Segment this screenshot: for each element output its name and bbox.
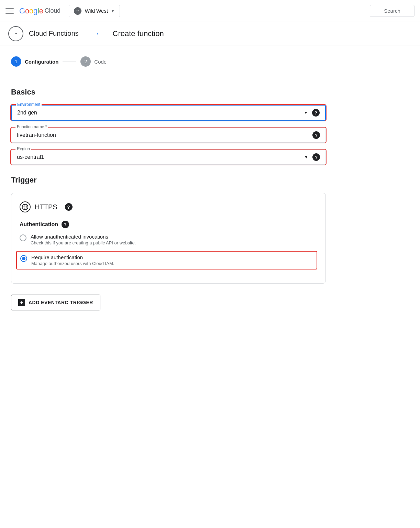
sub-header: ··· Cloud Functions ← Create function: [0, 22, 420, 45]
function-name-label: Function name *: [15, 124, 48, 129]
environment-field: Environment 2nd gen ▼ ?: [11, 105, 326, 121]
environment-wrapper: Environment 2nd gen ▼ ?: [11, 105, 326, 121]
environment-help-icon[interactable]: ?: [312, 109, 320, 117]
environment-dropdown-arrow[interactable]: ▼: [304, 110, 308, 115]
function-name-field: Function name * fivetran-function ?: [11, 128, 326, 143]
google-cloud-logo: Google Cloud: [19, 7, 60, 15]
add-eventarc-button[interactable]: + ADD EVENTARC TRIGGER: [11, 295, 100, 310]
project-dots-icon: [74, 7, 81, 15]
trigger-title: Trigger: [11, 176, 326, 185]
radio-allow-unauthenticated[interactable]: Allow unauthenticated invocations Check …: [20, 234, 317, 245]
cloud-wordmark: Cloud: [45, 7, 60, 14]
region-value: us-central1: [17, 154, 301, 160]
service-icon-text: ···: [15, 31, 17, 36]
radio-allow-unauthenticated-text: Allow unauthenticated invocations Check …: [31, 234, 136, 245]
environment-label: Environment: [16, 102, 42, 107]
radio-require-authentication-text: Require authentication Manage authorized…: [31, 254, 114, 266]
service-name: Cloud Functions: [29, 30, 79, 37]
region-dropdown-arrow[interactable]: ▼: [304, 155, 308, 160]
auth-help-icon[interactable]: ?: [62, 221, 69, 228]
google-wordmark: Google: [19, 7, 43, 15]
trigger-type-label: HTTPS: [35, 203, 57, 211]
radio-require-authentication[interactable]: Require authentication Manage authorized…: [16, 251, 317, 270]
cloud-functions-icon: ···: [8, 26, 23, 41]
region-help-icon[interactable]: ?: [312, 153, 320, 161]
header-divider: [87, 28, 87, 39]
stepper: 1 Configuration 2 Code: [11, 56, 326, 75]
step-2-label: Code: [94, 59, 107, 65]
region-wrapper: Region us-central1 ▼ ?: [11, 150, 326, 165]
region-label: Region: [15, 146, 31, 151]
step-2[interactable]: 2 Code: [80, 56, 107, 67]
function-name-wrapper: Function name * fivetran-function ?: [11, 128, 326, 143]
page-title: Create function: [113, 29, 164, 38]
function-name-value: fivetran-function: [17, 132, 308, 138]
trigger-section: Trigger HTTPS ? Authentication ?: [11, 176, 326, 284]
back-arrow-icon: ←: [96, 29, 103, 38]
auth-title: Authentication ?: [20, 221, 317, 228]
basics-section: Basics Environment 2nd gen ▼ ? Function …: [11, 88, 326, 165]
radio-allow-unauthenticated-btn[interactable]: [20, 234, 26, 241]
globe-icon: [20, 201, 31, 212]
function-name-help-icon[interactable]: ?: [312, 131, 320, 139]
trigger-type-row: HTTPS ?: [20, 201, 317, 212]
main-content: 1 Configuration 2 Code Basics Environmen…: [0, 45, 337, 321]
top-navigation: Google Cloud Wild West ▼ Search: [0, 0, 420, 22]
project-selector[interactable]: Wild West ▼: [69, 5, 120, 17]
trigger-type-help-icon[interactable]: ?: [65, 203, 73, 211]
environment-value: 2nd gen: [17, 110, 301, 116]
hamburger-menu[interactable]: [5, 7, 14, 15]
step-2-circle: 2: [80, 56, 91, 67]
step-1-circle: 1: [11, 56, 21, 67]
search-button[interactable]: Search: [370, 5, 415, 17]
region-field: Region us-central1 ▼ ?: [11, 150, 326, 165]
back-button[interactable]: ←: [96, 29, 107, 38]
plus-icon: +: [18, 299, 25, 306]
step-1[interactable]: 1 Configuration: [11, 56, 58, 67]
basics-title: Basics: [11, 88, 326, 97]
project-name: Wild West: [85, 8, 108, 14]
radio-require-authentication-btn[interactable]: [20, 255, 27, 262]
trigger-card: HTTPS ? Authentication ? Allow unauthent…: [11, 193, 326, 284]
step-1-label: Configuration: [25, 59, 58, 65]
authentication-section: Authentication ? Allow unauthenticated i…: [20, 221, 317, 270]
add-eventarc-label: ADD EVENTARC TRIGGER: [29, 300, 93, 305]
project-dropdown-arrow: ▼: [111, 9, 115, 13]
step-connector: [63, 62, 76, 62]
